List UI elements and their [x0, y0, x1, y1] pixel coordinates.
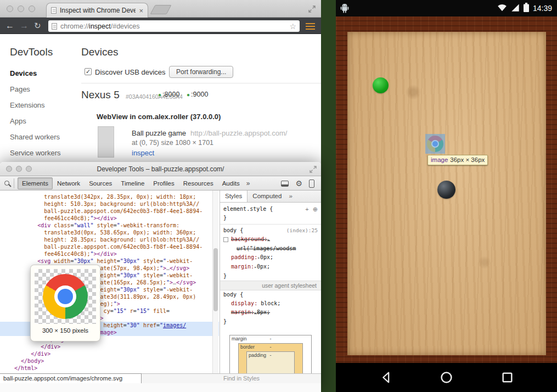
code-line[interactable]: translate3d(342px, 28.35px, 0px); width:…	[0, 193, 219, 200]
prop-toggle-checkbox[interactable]	[223, 237, 228, 242]
css-prop-background-value[interactable]: url("images/woodsm	[220, 244, 321, 253]
tab-close-icon[interactable]: ×	[139, 7, 143, 14]
minimize-window-button[interactable]	[18, 5, 24, 12]
tooltip-size: 36px × 36px	[450, 156, 485, 163]
devtools-statusbar: ball-puzzle.appspot.com/images/chrome.sv…	[0, 373, 321, 383]
css-prop-padding[interactable]: padding:▸0px;	[220, 253, 321, 262]
new-tab-button[interactable]	[150, 5, 171, 14]
tab-strip: Inspect with Chrome Deve ×	[0, 0, 321, 18]
clock-text: 14:39	[533, 4, 552, 13]
styles-tabs: Styles Computed »	[220, 191, 321, 203]
element-style-rule[interactable]: +⊕ element.style {	[220, 205, 321, 214]
tab-profiles[interactable]: Profiles	[149, 177, 178, 189]
find-in-styles-input[interactable]: Find in Styles	[223, 375, 260, 382]
address-bar[interactable]: chrome://inspect/#devices ☆	[48, 20, 300, 32]
code-line[interactable]: ball-puzzle.appspot.com/642ec0b3-fb8f-4e…	[0, 243, 219, 250]
body-rule-selector[interactable]: (index):25 body {	[220, 226, 321, 235]
element-state-icon[interactable]: ⊕	[313, 205, 318, 214]
tabs-overflow-icon[interactable]: »	[244, 180, 252, 187]
code-line[interactable]: </body>	[0, 357, 219, 365]
discover-usb-checkbox[interactable]: ✓	[85, 68, 92, 75]
tab-audits[interactable]: Audits	[218, 177, 244, 189]
close-window-button[interactable]	[7, 5, 13, 12]
forward-button[interactable]: →	[20, 20, 29, 32]
battery-icon	[524, 3, 529, 14]
settings-gear-icon[interactable]: ⚙	[295, 180, 302, 187]
scrollbar-thumb[interactable]	[213, 248, 218, 311]
tab-network[interactable]: Network	[53, 177, 85, 189]
window-expand-icon[interactable]	[308, 5, 316, 15]
code-line[interactable]: fee461cc40c8);"></div>	[0, 250, 219, 257]
inspect-link[interactable]: inspect	[132, 149, 154, 157]
port-forwarding-button[interactable]: Port forwarding...	[169, 66, 233, 78]
tab-elements[interactable]: Elements	[18, 177, 53, 189]
css-prop-background[interactable]: background:▸	[220, 235, 321, 244]
devtools-footer	[0, 383, 321, 392]
rule-source-link[interactable]: (index):25	[286, 226, 318, 235]
image-preview-size: 300 × 150 pixels	[35, 327, 96, 334]
dark-ball[interactable]	[437, 181, 455, 199]
styles-tabs-overflow-icon[interactable]: »	[286, 191, 294, 202]
bookmark-star-icon[interactable]: ☆	[289, 22, 296, 31]
code-line[interactable]: fee461cc40c8);"></div>	[0, 215, 219, 222]
scrollbar[interactable]	[212, 191, 218, 373]
transparency-checkerboard	[35, 269, 96, 324]
box-model-padding: padding -	[246, 351, 295, 373]
desktop-background	[321, 0, 336, 392]
sidebar-item-apps[interactable]: Apps	[10, 117, 26, 125]
back-button[interactable]: ←	[5, 20, 14, 32]
box-model-diagram[interactable]: margin - border - padding -	[229, 335, 312, 373]
css-prop-margin[interactable]: margin:▸0px;	[220, 262, 321, 272]
code-line[interactable]: </div>	[0, 343, 219, 350]
inspect-element-icon[interactable]	[4, 181, 9, 186]
zoom-window-button[interactable]	[29, 5, 35, 12]
page-thumbnail	[98, 126, 114, 158]
code-line[interactable]: <div class="wall" style="-webkit-transfo…	[0, 222, 219, 229]
window-expand-icon[interactable]	[310, 165, 317, 175]
code-line[interactable]: height: 28.35px; background: url(blob:ht…	[0, 236, 219, 243]
tab-timeline[interactable]: Timeline	[116, 177, 149, 189]
usb-debugging-icon	[340, 3, 349, 15]
sidebar-item-shared-workers[interactable]: Shared workers	[10, 133, 60, 141]
tab-title: Inspect with Chrome Deve	[60, 7, 136, 14]
home-nav-button[interactable]	[440, 371, 453, 384]
sidebar-item-service-workers[interactable]: Service workers	[10, 149, 60, 157]
devtools-window-title: Developer Tools – ball-puzzle.appspot.co…	[0, 165, 321, 173]
body-rule-selector-uas[interactable]: body {	[220, 290, 321, 299]
browser-tab[interactable]: Inspect with Chrome Deve ×	[46, 3, 148, 18]
reload-button[interactable]: ↻	[34, 20, 41, 32]
image-preview-tooltip: 300 × 150 pixels	[30, 265, 100, 341]
sidebar-item-extensions[interactable]: Extensions	[10, 101, 45, 109]
tab-resources[interactable]: Resources	[179, 177, 218, 189]
code-line[interactable]: translate3d(0px, 538.65px, 0px); width: …	[0, 229, 219, 236]
css-prop-margin-uas[interactable]: margin:▸8px;	[220, 308, 321, 317]
code-line[interactable]: </html>	[0, 365, 219, 372]
css-prop-display[interactable]: display: block;	[220, 299, 321, 308]
back-nav-button[interactable]	[379, 371, 393, 384]
code-line[interactable]: <svg width="30px" height="30px" style="-…	[0, 257, 219, 265]
device-name: Nexus 5	[81, 89, 120, 101]
sidebar-item-pages[interactable]: Pages	[10, 85, 30, 93]
box-model-margin: margin - border - padding -	[229, 335, 312, 373]
close-brace: }	[220, 272, 321, 281]
elements-panel: translate3d(342px, 28.35px, 0px); width:…	[0, 191, 219, 373]
code-line[interactable]: height: 510.3px; background: url(blob:ht…	[0, 200, 219, 208]
sidebar-item-devices[interactable]: Devices	[10, 69, 37, 77]
code-line[interactable]: ball-puzzle.appspot.com/642ec0b3-fb8f-4e…	[0, 208, 219, 215]
code-line[interactable]: </div>	[0, 350, 219, 357]
target-page-geometry: at (0, 75) size 1080 × 1701	[132, 139, 213, 147]
device-mode-icon[interactable]	[309, 180, 314, 188]
tab-styles[interactable]: Styles	[220, 191, 247, 202]
android-navbar	[336, 363, 557, 392]
expand-arrow-icon[interactable]: ▸	[267, 237, 270, 242]
screen: Inspect with Chrome Deve × ← → ↻ chrome:…	[0, 0, 557, 392]
recents-nav-button[interactable]	[500, 371, 514, 384]
new-style-rule-icon[interactable]: +	[305, 205, 308, 214]
tab-computed[interactable]: Computed	[247, 191, 286, 202]
menu-icon[interactable]	[306, 23, 315, 30]
devtools-sidebar-title: DevTools	[10, 46, 53, 58]
close-brace: }	[220, 214, 321, 222]
tab-sources[interactable]: Sources	[85, 177, 116, 189]
green-ball[interactable]	[373, 77, 389, 93]
console-drawer-icon[interactable]	[281, 181, 289, 187]
